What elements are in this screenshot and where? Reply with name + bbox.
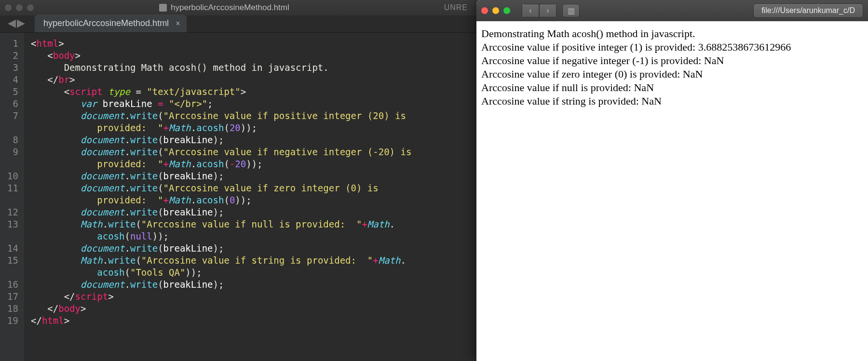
browser-toolbar: ‹ › ▥ file:///Users/arunkumar_c/D <box>476 0 868 21</box>
code-line[interactable]: acosh(null)); <box>31 230 417 242</box>
editor-traffic-lights <box>5 4 34 11</box>
file-tab[interactable]: hyperbolicArccosineMethod.html × <box>35 14 187 32</box>
line-number: 11 <box>6 182 18 194</box>
code-line[interactable]: provided: "+Math.acosh(-20)); <box>31 158 417 170</box>
line-number: 15 <box>6 254 18 267</box>
code-line[interactable]: Demonstrating Math acosh() method in jav… <box>31 62 417 74</box>
browser-url-bar[interactable]: file:///Users/arunkumar_c/D <box>753 3 863 18</box>
browser-nav-buttons: ‹ › <box>522 4 556 17</box>
output-line: Arccosine value if zero integer (0) is p… <box>481 67 863 81</box>
code-line[interactable]: provided: "+Math.acosh(0)); <box>31 194 417 206</box>
browser-back-button[interactable]: ‹ <box>522 4 539 17</box>
chevron-left-icon: ‹ <box>529 6 531 15</box>
line-number-gutter: 12345678910111213141516171819 <box>0 33 24 361</box>
line-number: 9 <box>6 146 18 158</box>
line-number <box>6 122 18 134</box>
line-number: 12 <box>6 206 18 218</box>
browser-window: ‹ › ▥ file:///Users/arunkumar_c/D Demons… <box>476 0 868 361</box>
code-line[interactable]: </html> <box>31 315 417 327</box>
editor-nav: ◀ ▶ <box>8 17 25 29</box>
line-number: 10 <box>6 170 18 182</box>
line-number: 1 <box>6 38 18 50</box>
code-line[interactable]: document.write(breakLine); <box>31 170 417 182</box>
code-line[interactable]: document.write("Arccosine value if negat… <box>31 146 417 158</box>
output-line: Arccosine value if positive integer (1) … <box>481 40 863 54</box>
output-line: Demonstrating Math acosh() method in jav… <box>481 27 863 40</box>
line-number: 19 <box>6 315 18 327</box>
code-line[interactable]: Math.write("Arccosine value if string is… <box>31 254 417 267</box>
editor-filename: hyperbolicArccosineMethod.html <box>171 3 289 13</box>
line-number: 16 <box>6 279 18 291</box>
sidebar-icon: ▥ <box>568 6 575 15</box>
code-line[interactable]: </br> <box>31 74 417 86</box>
maximize-icon[interactable] <box>503 7 510 14</box>
file-tab-label: hyperbolicArccosineMethod.html <box>43 18 169 28</box>
line-number: 7 <box>6 110 18 122</box>
code-line[interactable]: var breakLine = "</br>"; <box>31 98 417 110</box>
maximize-icon[interactable] <box>27 4 34 11</box>
browser-traffic-lights <box>481 7 510 14</box>
editor-title: hyperbolicArccosineMethod.html <box>159 3 289 13</box>
code-line[interactable]: <script type = "text/javascript"> <box>31 86 417 98</box>
minimize-icon[interactable] <box>492 7 499 14</box>
nav-forward-icon[interactable]: ▶ <box>17 17 25 29</box>
output-line: Arccosine value if negative integer (-1)… <box>481 54 863 67</box>
chevron-right-icon: › <box>546 6 549 15</box>
close-icon[interactable] <box>481 7 488 14</box>
code-line[interactable]: </script> <box>31 291 417 303</box>
output-line: Arccosine value if null is provided: NaN <box>481 81 863 94</box>
line-number: 18 <box>6 303 18 315</box>
tab-close-icon[interactable]: × <box>176 19 180 28</box>
close-icon[interactable] <box>5 4 12 11</box>
code-line[interactable]: acosh("Tools QA")); <box>31 267 417 279</box>
line-number <box>6 194 18 206</box>
code-line[interactable]: document.write(breakLine); <box>31 134 417 146</box>
code-line[interactable]: document.write(breakLine); <box>31 242 417 254</box>
browser-url-text: file:///Users/arunkumar_c/D <box>761 6 855 14</box>
line-number <box>6 230 18 242</box>
code-line[interactable]: document.write(breakLine); <box>31 206 417 218</box>
document-icon <box>159 4 167 12</box>
code-line[interactable]: document.write(breakLine); <box>31 279 417 291</box>
code-line[interactable]: <body> <box>31 50 417 62</box>
line-number: 8 <box>6 134 18 146</box>
line-number: 2 <box>6 50 18 62</box>
line-number: 6 <box>6 98 18 110</box>
unsaved-indicator: UNRE <box>444 3 468 12</box>
browser-content: Demonstrating Math acosh() method in jav… <box>476 21 868 361</box>
line-number <box>6 158 18 170</box>
line-number: 4 <box>6 74 18 86</box>
code-line[interactable]: document.write("Arccosine value if zero … <box>31 182 417 194</box>
code-content[interactable]: <html> <body> Demonstrating Math acosh()… <box>24 33 417 361</box>
code-line[interactable]: document.write("Arccosine value if posit… <box>31 110 417 122</box>
browser-sidebar-button[interactable]: ▥ <box>562 4 580 17</box>
code-line[interactable]: Math.write("Arccosine value if null is p… <box>31 218 417 230</box>
line-number: 5 <box>6 86 18 98</box>
code-line[interactable]: <html> <box>31 38 417 50</box>
line-number: 14 <box>6 242 18 254</box>
line-number <box>6 267 18 279</box>
output-line: Arccosine value if string is provided: N… <box>481 94 863 108</box>
code-line[interactable]: provided: "+Math.acosh(20)); <box>31 122 417 134</box>
browser-forward-button[interactable]: › <box>539 4 556 17</box>
code-line[interactable]: </body> <box>31 303 417 315</box>
line-number: 13 <box>6 218 18 230</box>
line-number: 17 <box>6 291 18 303</box>
minimize-icon[interactable] <box>16 4 23 11</box>
nav-back-icon[interactable]: ◀ <box>8 17 16 29</box>
line-number: 3 <box>6 62 18 74</box>
